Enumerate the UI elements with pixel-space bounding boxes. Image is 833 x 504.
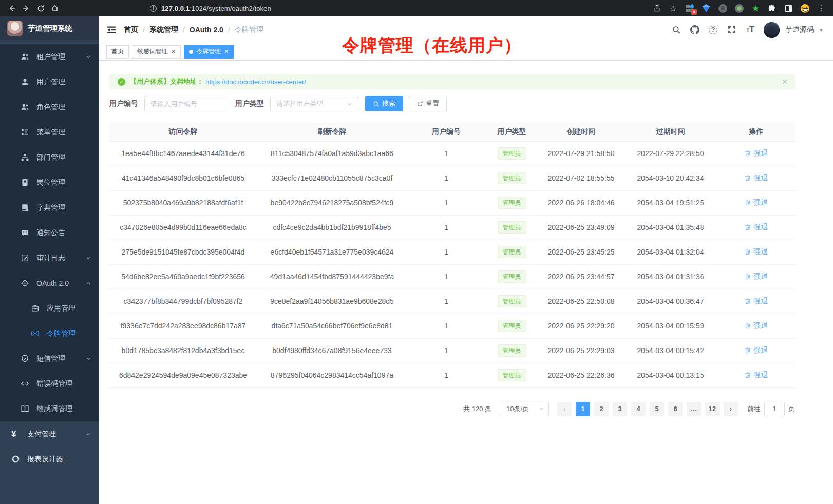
sidebar-item-role[interactable]: 角色管理	[0, 94, 99, 120]
tab-close-icon[interactable]: ✕	[224, 49, 229, 54]
sidebar-item-audit[interactable]: 审计日志	[0, 245, 99, 270]
user-type-cell: 管理员	[485, 240, 538, 264]
extension-blocks-icon[interactable]: 9	[685, 4, 694, 13]
page-button-1[interactable]: 1	[576, 402, 590, 416]
address-bar[interactable]: i 127.0.0.1:1024/system/oauth2/token	[144, 2, 277, 14]
bookmark-star-icon[interactable]: ☆	[669, 4, 678, 13]
breadcrumb-oauth2[interactable]: OAuth 2.0	[190, 26, 223, 34]
search-button[interactable]: 搜索	[365, 96, 403, 111]
green-star-extension-icon[interactable]: ★	[751, 4, 760, 13]
book-icon	[21, 404, 29, 413]
browser-forward-icon[interactable]	[20, 2, 33, 15]
trash-icon	[744, 347, 751, 354]
user-id-cell: 1	[407, 363, 485, 387]
force-logout-link[interactable]: 强退	[744, 149, 768, 158]
username[interactable]: 芋道源码	[785, 25, 814, 34]
tab-敏感词管理[interactable]: 敏感词管理✕	[132, 45, 181, 59]
alert-close-icon[interactable]: ✕	[782, 77, 788, 86]
page-size-select[interactable]: 10条/页	[500, 402, 549, 416]
user-type-cell: 管理员	[485, 363, 538, 387]
fullscreen-icon[interactable]	[727, 25, 736, 35]
doc-link[interactable]: https://doc.iocoder.cn/user-center/	[205, 78, 306, 86]
prev-page-button[interactable]: ‹	[557, 402, 572, 416]
breadcrumb-system[interactable]: 系统管理	[149, 25, 178, 34]
page-button-2[interactable]: 2	[594, 402, 609, 416]
tab-close-icon[interactable]: ✕	[171, 49, 176, 54]
browser-menu-icon[interactable]: ⋮	[817, 4, 826, 13]
sidebar-item-tenant[interactable]: 租户管理	[0, 44, 99, 69]
pagination: 共 120 条 10条/页 ‹ 123456…12 › 前往 页	[109, 402, 795, 416]
page-button-6[interactable]: 6	[668, 402, 683, 416]
site-info-icon[interactable]: i	[150, 5, 157, 12]
page-button-4[interactable]: 4	[631, 402, 646, 416]
force-logout-link[interactable]: 强退	[744, 346, 768, 355]
breadcrumb-home[interactable]: 首页	[124, 25, 138, 34]
page-button-3[interactable]: 3	[613, 402, 627, 416]
tab-首页[interactable]: 首页	[106, 45, 129, 59]
share-icon[interactable]	[652, 4, 661, 13]
sidebar-item-label: 令牌管理	[47, 329, 75, 338]
browser-reload-icon[interactable]	[34, 2, 47, 15]
sidebar-item-sms[interactable]: 短信管理	[0, 346, 99, 371]
access-token-cell: c342377bf8b344799dcbf7bf095287f2	[109, 289, 257, 314]
command-extension-icon[interactable]: ⌘	[718, 4, 727, 13]
table-row: c342377bf8b344799dcbf7bf095287f29ce8ef2a…	[109, 289, 795, 314]
sidebar-item-post[interactable]: 岗位管理	[0, 170, 99, 195]
browser-home-icon[interactable]	[48, 2, 62, 15]
app-logo-row[interactable]: 芋道管理系统	[0, 16, 99, 40]
reset-button[interactable]: 重置	[409, 96, 447, 111]
sidebar-item-report[interactable]: 报表设计器	[0, 447, 99, 472]
table-row: 6d842e2924594de9a09e45e087323abe8796295f…	[109, 363, 795, 387]
tab-令牌管理[interactable]: 令牌管理✕	[184, 45, 234, 59]
split-view-icon[interactable]	[784, 4, 793, 13]
sidebar-item-oauth2-token[interactable]: 令牌管理	[0, 321, 99, 346]
page-button-12[interactable]: 12	[705, 402, 720, 416]
sidebar-item-sensitive[interactable]: 敏感词管理	[0, 396, 99, 421]
sidebar-item-label: 报表设计器	[27, 455, 63, 464]
sidebar-item-oauth2-app[interactable]: 应用管理	[0, 296, 99, 321]
puzzle-extension-icon[interactable]	[767, 4, 777, 13]
force-logout-link[interactable]: 强退	[744, 297, 768, 306]
force-logout-link[interactable]: 强退	[744, 371, 768, 380]
header-search-icon[interactable]	[671, 25, 681, 35]
sidebar-item-user[interactable]: 用户管理	[0, 69, 99, 94]
user-id-cell: 1	[407, 240, 485, 264]
sidebar-item-dept[interactable]: 部门管理	[0, 145, 99, 170]
table-row: f9336e7c7dd242a283ee98dc86b17a87dfa6c71a…	[109, 314, 795, 338]
record-extension-icon[interactable]	[734, 4, 744, 13]
sidebar-item-notice[interactable]: 通知公告	[0, 220, 99, 245]
chart-icon	[11, 455, 20, 463]
user-type-select[interactable]: 请选择用户类型	[270, 96, 358, 111]
force-logout-link[interactable]: 强退	[744, 198, 768, 207]
sidebar-item-menu[interactable]: 菜单管理	[0, 120, 99, 145]
tabs-bar: 首页敏感词管理✕令牌管理✕	[99, 43, 833, 61]
force-logout-link[interactable]: 强退	[744, 247, 768, 257]
user-menu-caret-icon[interactable]: ▼	[819, 27, 824, 33]
sidebar-item-errcode[interactable]: 错误码管理	[0, 371, 99, 396]
sidebar-item-label: 错误码管理	[36, 379, 72, 389]
emoji-extension-icon[interactable]	[800, 4, 809, 13]
sidebar-item-label: OAuth 2.0	[36, 279, 69, 287]
help-icon[interactable]: ?	[708, 25, 718, 35]
github-icon[interactable]	[690, 25, 699, 35]
force-logout-link[interactable]: 强退	[744, 173, 768, 183]
user-avatar[interactable]	[764, 22, 780, 38]
browser-back-icon[interactable]	[5, 2, 18, 15]
access-token-cell: 502375b8040a469a9b82188afdf6af1f	[109, 190, 257, 215]
more-pages-button[interactable]: …	[687, 402, 701, 416]
goto-page-input[interactable]	[764, 402, 785, 416]
sidebar-item-oauth2[interactable]: OAuth 2.0	[0, 270, 99, 296]
force-logout-link[interactable]: 强退	[744, 321, 768, 331]
sidebar-item-dict[interactable]: 字典管理	[0, 195, 99, 220]
force-logout-link[interactable]: 强退	[744, 223, 768, 232]
gem-extension-icon[interactable]	[702, 4, 711, 13]
page-button-5[interactable]: 5	[650, 402, 664, 416]
next-page-button[interactable]: ›	[724, 402, 738, 416]
sidebar-item-label: 用户管理	[36, 77, 65, 87]
sidebar-fold-icon[interactable]	[106, 25, 117, 35]
sidebar-item-pay[interactable]: ¥支付管理	[0, 421, 99, 447]
user-id-input[interactable]	[144, 96, 226, 111]
force-logout-link[interactable]: 强退	[744, 272, 768, 281]
font-size-icon[interactable]: TT	[745, 25, 755, 35]
refresh-token-cell: be90422b8c7946218275a508bf524fc9	[257, 190, 407, 215]
